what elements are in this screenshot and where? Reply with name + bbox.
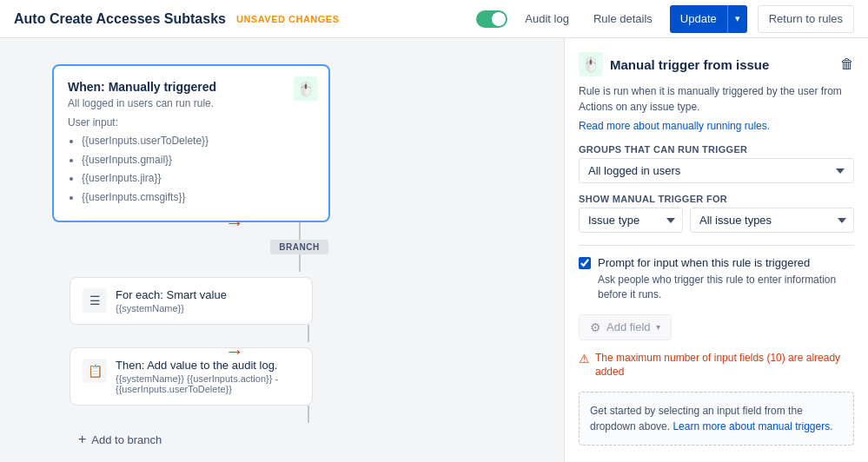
- info-box: Get started by selecting an input field …: [579, 392, 854, 446]
- connector-line-3: [308, 325, 309, 342]
- step-subtitle-1: {{systemName}}: [116, 303, 227, 314]
- update-button[interactable]: Update: [670, 5, 727, 33]
- trigger-input-item: {{userInputs.cmsgifts}}: [82, 188, 315, 208]
- audit-log-link[interactable]: Audit log: [518, 9, 576, 29]
- branch-pill: BRANCH: [270, 240, 328, 254]
- rule-details-link[interactable]: Rule details: [586, 9, 659, 29]
- step-subtitle-2: {{systemName}} {{userInputs.action}} - {…: [116, 373, 300, 394]
- show-trigger-row: Issue type Project All All issue types B…: [579, 208, 854, 233]
- trigger-subtitle: All logged in users can run rule.: [68, 97, 315, 109]
- issue-type-select[interactable]: Issue type Project All: [579, 208, 683, 233]
- panel-icon: 🖱️: [579, 52, 603, 76]
- info-link[interactable]: Learn more about manual triggers.: [673, 420, 832, 432]
- groups-select[interactable]: All logged in users: [579, 158, 854, 183]
- canvas: 🖱️ When: Manually triggered All logged i…: [0, 38, 564, 462]
- rule-toggle[interactable]: [476, 10, 507, 28]
- update-dropdown-button[interactable]: ▾: [727, 5, 747, 33]
- plus-icon: +: [78, 432, 86, 447]
- trigger-input-item: {{userInputs.userToDelete}}: [82, 132, 315, 151]
- trigger-icon: 🖱️: [294, 76, 318, 101]
- step-content-2: Then: Add value to the audit log. {{syst…: [116, 359, 300, 394]
- chevron-down-icon: ▾: [656, 322, 660, 332]
- prompt-label: Prompt for input when this rule is trigg…: [598, 256, 810, 269]
- trash-icon[interactable]: 🗑: [840, 56, 854, 72]
- prompt-checkbox-row: Prompt for input when this rule is trigg…: [579, 256, 854, 269]
- step-title-1: For each: Smart value: [116, 288, 227, 301]
- trigger-input-item: {{userInputs.jira}}: [82, 169, 315, 188]
- unsaved-badge: UNSAVED CHANGES: [236, 14, 340, 24]
- trigger-input-item: {{userInputs.gmail}}: [82, 151, 315, 170]
- issue-type-container: Issue type Project All: [579, 208, 683, 233]
- prompt-description: Ask people who trigger this rule to ente…: [598, 273, 854, 302]
- groups-label: Groups that can run trigger: [579, 144, 854, 155]
- step-node-1[interactable]: ☰ For each: Smart value {{systemName}}: [70, 277, 313, 325]
- add-branch-label: Add to branch: [91, 433, 162, 446]
- connector-2: [52, 254, 547, 272]
- trigger-body: User input: {{userInputs.userToDelete}} …: [68, 116, 315, 207]
- step-icon-2: 📋: [83, 359, 107, 383]
- error-text: The maximum number of input fields (10) …: [595, 351, 854, 380]
- add-field-button[interactable]: ⚙ Add field ▾: [579, 314, 672, 340]
- panel-title: Manual trigger from issue: [610, 57, 833, 72]
- divider-1: [579, 245, 854, 246]
- trigger-node[interactable]: 🖱️ When: Manually triggered All logged i…: [52, 64, 330, 222]
- page-title: Auto Create Accesses Subtasks: [14, 11, 226, 27]
- connector-1: [52, 222, 547, 240]
- right-panel: 🖱️ Manual trigger from issue 🗑 Rule is r…: [564, 38, 868, 462]
- panel-header: 🖱️ Manual trigger from issue 🗑: [579, 52, 854, 76]
- step-content-1: For each: Smart value {{systemName}}: [116, 288, 227, 314]
- all-issue-types-select[interactable]: All issue types Bug Task Story: [690, 208, 854, 233]
- return-to-rules-button[interactable]: Return to rules: [758, 5, 854, 33]
- header: Auto Create Accesses Subtasks UNSAVED CH…: [0, 0, 868, 38]
- arrow-1: →: [225, 212, 244, 234]
- show-trigger-label: Show manual trigger for: [579, 194, 854, 204]
- step-title-2: Then: Add value to the audit log.: [116, 359, 300, 372]
- panel-description: Rule is run when it is manually triggere…: [579, 83, 854, 115]
- trigger-title: When: Manually triggered: [68, 80, 315, 94]
- update-btn-group: Update ▾: [670, 5, 747, 33]
- connector-line: [299, 222, 301, 240]
- arrow-2: →: [225, 340, 244, 363]
- read-more-link[interactable]: Read more about manually running rules.: [579, 120, 854, 132]
- error-message: ⚠ The maximum number of input fields (10…: [579, 351, 854, 380]
- connector-line-2: [299, 254, 301, 272]
- prompt-checkbox[interactable]: [579, 257, 591, 269]
- connector-4: [70, 406, 547, 423]
- trigger-inputs: {{userInputs.userToDelete}} {{userInputs…: [68, 132, 315, 207]
- error-icon: ⚠: [579, 351, 590, 368]
- trigger-input-label: User input:: [68, 116, 315, 129]
- add-to-branch[interactable]: + Add to branch: [78, 432, 547, 447]
- connector-3: [70, 325, 547, 342]
- add-field-label: Add field: [606, 320, 651, 333]
- branch-badge: BRANCH: [52, 240, 547, 254]
- step-node-2[interactable]: 📋 Then: Add value to the audit log. {{sy…: [70, 347, 313, 406]
- step-icon-1: ☰: [83, 288, 107, 313]
- all-issue-types-container: All issue types Bug Task Story: [690, 208, 854, 233]
- main-layout: 🖱️ When: Manually triggered All logged i…: [0, 38, 868, 462]
- toggle-container: [476, 10, 507, 28]
- connector-line-4: [308, 406, 309, 423]
- gear-icon: ⚙: [590, 320, 601, 334]
